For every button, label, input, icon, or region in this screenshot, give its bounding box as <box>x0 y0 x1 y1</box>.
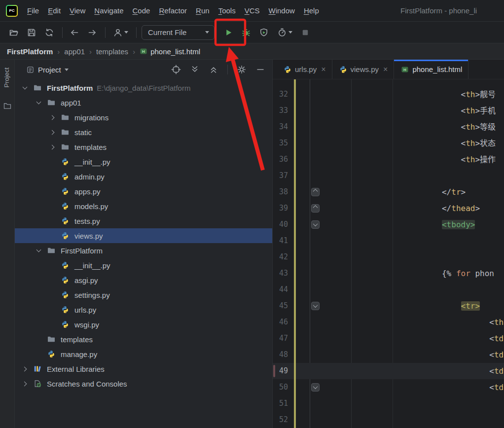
menu-help[interactable]: Help <box>299 6 324 15</box>
locate-file-button[interactable] <box>171 65 181 74</box>
line-number[interactable]: 49 <box>273 363 295 379</box>
chevron-right-icon[interactable] <box>49 144 54 149</box>
tree-item-templates[interactable]: templates <box>15 140 272 154</box>
tree-item-tests-py[interactable]: tests.py <box>15 214 272 228</box>
tab-phone-list-html[interactable]: Hphone_list.html <box>394 60 468 79</box>
chevron-right-icon[interactable] <box>22 366 27 371</box>
menu-navigate[interactable]: Navigate <box>90 6 128 15</box>
line-number[interactable]: 34 <box>273 119 295 135</box>
fold-down-icon[interactable] <box>311 220 320 229</box>
tree-item-urls-py[interactable]: urls.py <box>15 302 272 317</box>
code-line-48[interactable]: 48 <td <box>273 347 504 363</box>
line-number[interactable]: 42 <box>273 249 295 265</box>
chevron-down-icon[interactable] <box>36 100 41 105</box>
menu-vcs[interactable]: VCS <box>240 6 264 15</box>
line-number[interactable]: 41 <box>273 233 295 249</box>
run-config-selector[interactable]: Current File <box>142 25 215 40</box>
code-line-39[interactable]: 39 </thead> <box>273 200 504 216</box>
run-coverage-button[interactable] <box>257 26 271 39</box>
tree-item-firstplatform[interactable]: FirstPlatformE:\django_data\FirstPlatfor… <box>15 80 272 95</box>
sync-button[interactable] <box>42 26 56 39</box>
line-number[interactable]: 51 <box>273 395 295 412</box>
code-line-49[interactable]: 49 <td <box>273 363 504 379</box>
close-icon[interactable]: × <box>383 65 388 74</box>
menu-file[interactable]: File <box>23 6 43 15</box>
debug-button[interactable] <box>239 26 253 39</box>
fold-up-icon[interactable] <box>311 204 320 213</box>
code-line-52[interactable]: 52 <box>273 412 504 428</box>
run-button[interactable] <box>221 26 235 39</box>
profiler-button[interactable] <box>275 26 294 39</box>
line-number[interactable]: 33 <box>273 103 295 119</box>
tree-item-wsgi-py[interactable]: wsgi.py <box>15 317 272 332</box>
code-line-38[interactable]: 38 </tr> <box>273 184 504 200</box>
tree-item-firstplatform[interactable]: FirstPlatform <box>15 243 272 258</box>
fold-up-icon[interactable] <box>311 188 320 196</box>
menu-tools[interactable]: Tools <box>214 6 240 15</box>
code-line-46[interactable]: 46 <th <box>273 314 504 330</box>
back-button[interactable] <box>68 26 81 39</box>
tree-item-app01[interactable]: app01 <box>15 95 272 110</box>
tree-item-manage-py[interactable]: manage.py <box>15 347 272 361</box>
code-line-51[interactable]: 51 <box>273 395 504 412</box>
tree-item-views-py[interactable]: views.py <box>15 228 272 243</box>
chevron-right-icon[interactable] <box>49 115 54 120</box>
line-number[interactable]: 52 <box>273 412 295 428</box>
breadcrumb-item-phone-list-html[interactable]: Hphone_list.html <box>140 47 200 56</box>
menu-refactor[interactable]: Refactor <box>154 6 191 15</box>
menu-edit[interactable]: Edit <box>43 6 65 15</box>
line-number[interactable]: 48 <box>273 347 295 363</box>
code-line-41[interactable]: 41 <box>273 233 504 249</box>
line-number[interactable]: 47 <box>273 330 295 347</box>
open-button[interactable] <box>7 26 21 39</box>
tree-item-scratches-and-consoles[interactable]: Scratches and Consoles <box>15 376 272 391</box>
chevron-down-icon[interactable] <box>36 248 41 252</box>
code-line-36[interactable]: 36 <th>操作 <box>273 151 504 168</box>
stop-button[interactable] <box>298 26 312 39</box>
breadcrumb-item-firstplatform[interactable]: FirstPlatform <box>7 47 53 56</box>
code-line-43[interactable]: 43 {% for phon <box>273 265 504 282</box>
menu-run[interactable]: Run <box>191 6 214 15</box>
hide-panel-button[interactable] <box>255 65 265 74</box>
tree-item-init-py[interactable]: __init__.py <box>15 154 272 169</box>
code-line-45[interactable]: 45 <tr> <box>273 298 504 314</box>
line-number[interactable]: 40 <box>273 216 295 233</box>
menu-view[interactable]: View <box>65 6 90 15</box>
save-all-button[interactable] <box>25 26 38 39</box>
code-line-33[interactable]: 33 <th>手机 <box>273 103 504 119</box>
code-line-44[interactable]: 44 <box>273 282 504 298</box>
line-number[interactable]: 46 <box>273 314 295 330</box>
tree-item-asgi-py[interactable]: asgi.py <box>15 273 272 287</box>
breadcrumb-item-app01[interactable]: app01 <box>64 47 85 56</box>
code-line-32[interactable]: 32 <th>靓号 <box>273 86 504 103</box>
tree-item-init-py[interactable]: __init__.py <box>15 258 272 273</box>
folder-icon[interactable] <box>3 102 11 112</box>
tab-views-py[interactable]: views.py× <box>332 60 395 79</box>
line-number[interactable]: 45 <box>273 298 295 314</box>
menu-code[interactable]: Code <box>128 6 155 15</box>
collapse-all-button[interactable] <box>209 65 218 74</box>
tree-item-apps-py[interactable]: apps.py <box>15 184 272 199</box>
code-line-37[interactable]: 37 <box>273 168 504 184</box>
tool-window-button-project[interactable]: Project <box>3 68 10 87</box>
chevron-right-icon[interactable] <box>49 130 54 135</box>
line-number[interactable]: 35 <box>273 135 295 151</box>
line-number[interactable]: 39 <box>273 200 295 216</box>
settings-button[interactable] <box>237 65 247 74</box>
line-number[interactable]: 50 <box>273 379 295 395</box>
tree-item-models-py[interactable]: models.py <box>15 199 272 214</box>
tree-item-static[interactable]: static <box>15 125 272 140</box>
menu-window[interactable]: Window <box>264 6 299 15</box>
chevron-right-icon[interactable] <box>22 381 27 386</box>
tree-item-admin-py[interactable]: admin.py <box>15 169 272 184</box>
line-number[interactable]: 32 <box>273 86 295 103</box>
tree-item-migrations[interactable]: migrations <box>15 110 272 125</box>
tree-item-settings-py[interactable]: settings.py <box>15 287 272 302</box>
breadcrumb-item-templates[interactable]: templates <box>96 47 128 56</box>
code-line-42[interactable]: 42 <box>273 249 504 265</box>
fold-down-icon[interactable] <box>311 302 320 310</box>
chevron-down-icon[interactable] <box>22 85 27 90</box>
code-line-47[interactable]: 47 <td <box>273 330 504 347</box>
tab-urls-py[interactable]: urls.py× <box>277 60 332 79</box>
tree-item-templates[interactable]: templates <box>15 332 272 347</box>
